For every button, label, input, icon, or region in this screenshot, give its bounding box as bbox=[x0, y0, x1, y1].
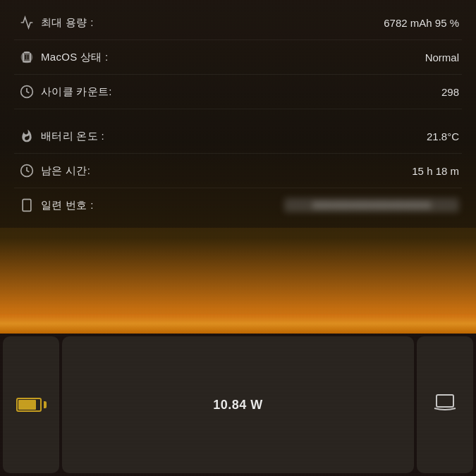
cards-row: 10.84 W bbox=[0, 334, 476, 476]
cycle-count-label: 사이클 카운트: bbox=[41, 85, 441, 99]
macos-status-label: MacOS 상태 : bbox=[41, 51, 425, 64]
svg-rect-2 bbox=[23, 53, 24, 61]
battery-temp-row: 배터리 온도 : 21.8°C bbox=[14, 119, 462, 154]
battery-body bbox=[16, 398, 42, 412]
macos-status-row: MacOS 상태 : Normal bbox=[14, 40, 462, 75]
remaining-time-label: 남은 시간: bbox=[41, 164, 412, 178]
battery-temp-value: 21.8°C bbox=[427, 130, 459, 142]
battery-large-icon bbox=[16, 398, 47, 412]
phone-icon bbox=[17, 195, 37, 215]
flame-icon bbox=[17, 126, 37, 146]
screen: 최대 용량 : 6782 mAh 95 % MacOS 상태 : Normal bbox=[0, 0, 476, 476]
remaining-time-row: 남은 시간: 15 h 18 m bbox=[14, 154, 462, 188]
macos-status-value: Normal bbox=[425, 51, 459, 63]
svg-rect-1 bbox=[23, 61, 31, 63]
orange-band bbox=[0, 314, 476, 334]
cycle-icon bbox=[17, 82, 37, 102]
battery-card[interactable] bbox=[3, 336, 59, 473]
svg-rect-6 bbox=[23, 200, 31, 212]
power-value: 10.84 W bbox=[213, 398, 263, 413]
serial-number-row: 일련 번호 : XXXXXXXXXXXXXXXXXX bbox=[14, 188, 462, 222]
laptop-card[interactable] bbox=[417, 336, 473, 473]
clock-icon bbox=[17, 161, 37, 181]
power-card[interactable]: 10.84 W bbox=[62, 336, 414, 473]
svg-rect-0 bbox=[24, 52, 30, 54]
serial-number-value: XXXXXXXXXXXXXXXXXX bbox=[284, 198, 459, 212]
remaining-time-value: 15 h 18 m bbox=[412, 165, 459, 177]
svg-rect-8 bbox=[437, 395, 453, 407]
info-section: 최대 용량 : 6782 mAh 95 % MacOS 상태 : Normal bbox=[0, 0, 476, 228]
max-capacity-value: 6782 mAh 95 % bbox=[384, 17, 459, 29]
section-divider bbox=[14, 109, 462, 119]
cycle-count-value: 298 bbox=[441, 86, 459, 98]
cycle-count-row: 사이클 카운트: 298 bbox=[14, 75, 462, 109]
max-capacity-label: 최대 용량 : bbox=[41, 16, 384, 30]
bottom-panel: 10.84 W bbox=[0, 314, 476, 476]
laptop-icon bbox=[434, 393, 456, 417]
svg-rect-3 bbox=[30, 53, 31, 61]
battery-tip bbox=[44, 401, 47, 408]
macos-icon bbox=[17, 47, 37, 67]
battery-temp-label: 배터리 온도 : bbox=[41, 130, 427, 143]
serial-number-label: 일련 번호 : bbox=[41, 199, 284, 212]
max-capacity-row: 최대 용량 : 6782 mAh 95 % bbox=[14, 6, 462, 40]
heartbeat-icon bbox=[17, 13, 37, 32]
